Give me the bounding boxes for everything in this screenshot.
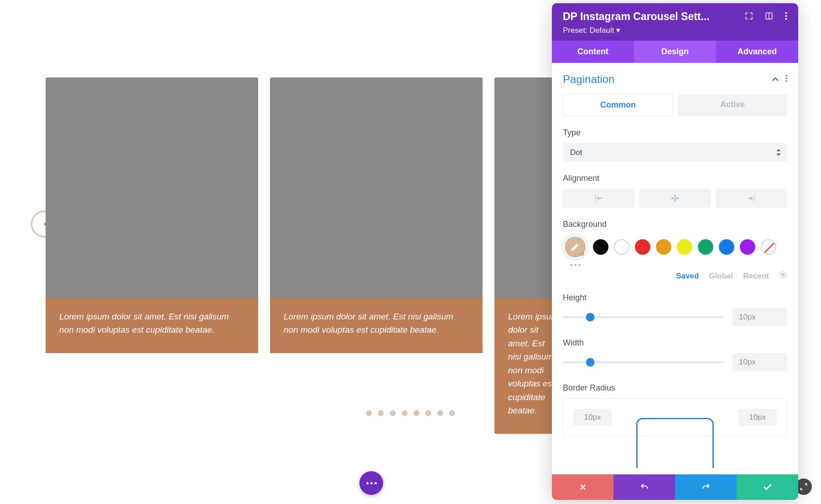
width-input[interactable] (733, 353, 787, 371)
svg-point-3 (785, 15, 787, 17)
editor-canvas: Lorem ipsum dolor sit amet. Est nisi gal… (0, 0, 821, 504)
svg-point-2 (785, 12, 787, 14)
type-select[interactable]: Dot (563, 143, 787, 162)
preset-label[interactable]: Preset: Default ▾ (563, 26, 787, 35)
carousel-caption: Lorem ipsum dolor sit amet. Est nisi gal… (270, 298, 483, 353)
height-slider[interactable] (563, 316, 723, 318)
color-swatch[interactable] (677, 239, 692, 255)
pagination-dot[interactable] (402, 410, 408, 416)
svg-point-4 (785, 18, 787, 20)
panel-body: Pagination Common Active Type Dot Alignm… (552, 63, 798, 474)
alignment-label: Alignment (563, 174, 787, 183)
pagination-dot[interactable] (414, 410, 420, 416)
undo-button[interactable] (613, 474, 675, 500)
color-swatch[interactable] (719, 239, 734, 255)
align-center-button[interactable] (639, 189, 711, 208)
carousel-image (270, 77, 483, 298)
color-swatch[interactable] (593, 239, 608, 255)
gear-icon[interactable] (779, 271, 787, 281)
pagination-dot[interactable] (426, 410, 431, 416)
background-label: Background (563, 220, 787, 229)
height-input[interactable] (733, 308, 787, 326)
tab-content[interactable]: Content (552, 41, 634, 63)
color-swatch[interactable] (614, 239, 629, 255)
border-radius-preview (636, 418, 714, 468)
save-button[interactable] (737, 474, 798, 500)
carousel-image (46, 77, 258, 298)
tab-advanced[interactable]: Advanced (716, 41, 798, 63)
svg-point-5 (785, 75, 787, 77)
width-slider[interactable] (563, 361, 723, 363)
carousel-caption: Lorem ipsum dolor sit amet. Est nisi gal… (46, 298, 258, 353)
color-swatch[interactable] (698, 239, 713, 255)
carousel-card[interactable]: Lorem ipsum dolor sit amet. Est nisi gal… (46, 77, 258, 434)
more-icon[interactable] (785, 12, 787, 22)
type-label: Type (563, 128, 787, 138)
redo-button[interactable] (675, 474, 737, 500)
pagination-dot[interactable] (378, 410, 384, 416)
border-radius-tl-input[interactable] (573, 409, 612, 426)
align-right-button[interactable] (716, 189, 787, 208)
border-radius-tr-input[interactable] (738, 409, 777, 426)
collapse-icon[interactable] (772, 75, 779, 83)
floating-menu-button[interactable] (359, 471, 383, 495)
tab-design[interactable]: Design (634, 41, 716, 63)
section-title[interactable]: Pagination (563, 73, 614, 86)
pagination-dot[interactable] (366, 410, 372, 416)
settings-panel: DP Instagram Carousel Sett... Preset: De… (552, 3, 798, 500)
svg-point-7 (785, 80, 787, 82)
carousel-preview: Lorem ipsum dolor sit amet. Est nisi gal… (46, 77, 561, 434)
subtab-common[interactable]: Common (563, 94, 673, 116)
color-swatch-selected[interactable] (563, 235, 587, 259)
panel-title: DP Instagram Carousel Sett... (563, 10, 745, 23)
color-tab-global[interactable]: Global (709, 272, 733, 281)
snap-icon[interactable] (765, 12, 773, 22)
subtab-active[interactable]: Active (678, 94, 787, 116)
align-left-button[interactable] (563, 189, 634, 208)
panel-header: DP Instagram Carousel Sett... Preset: De… (552, 3, 798, 41)
color-swatch[interactable] (656, 239, 671, 255)
more-colors-icon[interactable] (570, 264, 787, 266)
expand-icon[interactable] (745, 12, 753, 22)
pagination-dots (366, 410, 455, 416)
border-radius-box (563, 398, 787, 437)
panel-tabs: Content Design Advanced (552, 41, 798, 63)
pagination-dot[interactable] (449, 410, 455, 416)
color-swatch[interactable] (740, 239, 755, 255)
color-swatch-none[interactable] (761, 239, 776, 255)
panel-footer (552, 474, 798, 500)
carousel-card[interactable]: Lorem ipsum dolor sit amet. Est nisi gal… (270, 77, 483, 434)
width-label: Width (563, 338, 787, 348)
border-radius-label: Border Radius (563, 383, 787, 393)
height-label: Height (563, 293, 787, 303)
svg-point-11 (782, 274, 785, 276)
color-tab-saved[interactable]: Saved (676, 272, 699, 281)
pagination-dot[interactable] (437, 410, 443, 416)
color-tab-recent[interactable]: Recent (743, 272, 769, 281)
color-swatch[interactable] (635, 239, 650, 255)
svg-point-6 (785, 77, 787, 79)
section-more-icon[interactable] (785, 75, 787, 84)
cancel-button[interactable] (552, 474, 613, 500)
color-swatches (563, 235, 787, 259)
pagination-dot[interactable] (390, 410, 396, 416)
